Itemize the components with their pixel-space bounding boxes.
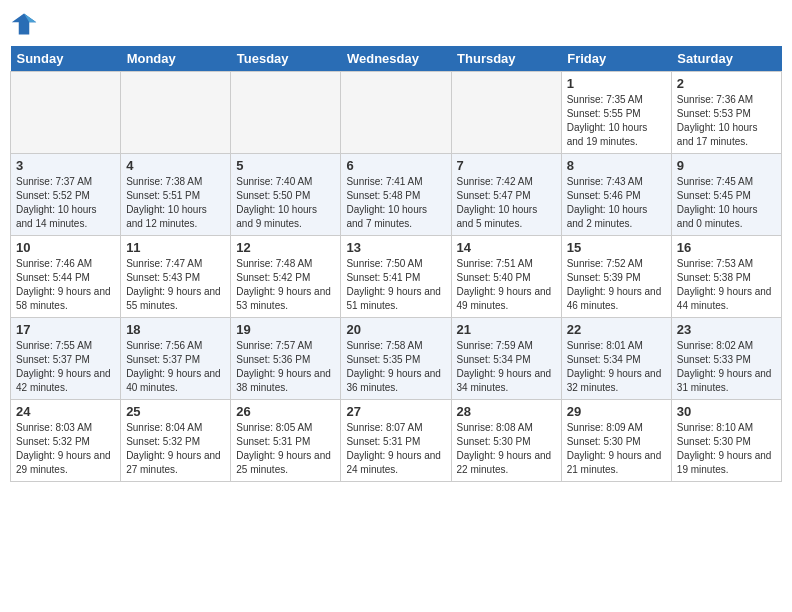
calendar-cell: 22Sunrise: 8:01 AM Sunset: 5:34 PM Dayli… (561, 318, 671, 400)
day-number: 28 (457, 404, 556, 419)
day-info: Sunrise: 7:47 AM Sunset: 5:43 PM Dayligh… (126, 257, 225, 313)
calendar-cell: 27Sunrise: 8:07 AM Sunset: 5:31 PM Dayli… (341, 400, 451, 482)
day-info: Sunrise: 7:37 AM Sunset: 5:52 PM Dayligh… (16, 175, 115, 231)
day-info: Sunrise: 8:08 AM Sunset: 5:30 PM Dayligh… (457, 421, 556, 477)
calendar-cell: 20Sunrise: 7:58 AM Sunset: 5:35 PM Dayli… (341, 318, 451, 400)
day-info: Sunrise: 7:45 AM Sunset: 5:45 PM Dayligh… (677, 175, 776, 231)
day-info: Sunrise: 7:48 AM Sunset: 5:42 PM Dayligh… (236, 257, 335, 313)
day-info: Sunrise: 7:52 AM Sunset: 5:39 PM Dayligh… (567, 257, 666, 313)
day-number: 10 (16, 240, 115, 255)
day-number: 22 (567, 322, 666, 337)
day-info: Sunrise: 8:02 AM Sunset: 5:33 PM Dayligh… (677, 339, 776, 395)
svg-marker-0 (12, 14, 37, 35)
day-info: Sunrise: 7:43 AM Sunset: 5:46 PM Dayligh… (567, 175, 666, 231)
day-number: 11 (126, 240, 225, 255)
day-number: 15 (567, 240, 666, 255)
day-info: Sunrise: 8:09 AM Sunset: 5:30 PM Dayligh… (567, 421, 666, 477)
calendar-week-row: 3Sunrise: 7:37 AM Sunset: 5:52 PM Daylig… (11, 154, 782, 236)
weekday-header: Tuesday (231, 46, 341, 72)
weekday-header: Saturday (671, 46, 781, 72)
calendar-cell: 6Sunrise: 7:41 AM Sunset: 5:48 PM Daylig… (341, 154, 451, 236)
calendar-cell: 13Sunrise: 7:50 AM Sunset: 5:41 PM Dayli… (341, 236, 451, 318)
calendar-cell: 5Sunrise: 7:40 AM Sunset: 5:50 PM Daylig… (231, 154, 341, 236)
day-info: Sunrise: 7:38 AM Sunset: 5:51 PM Dayligh… (126, 175, 225, 231)
calendar-cell (121, 72, 231, 154)
day-number: 13 (346, 240, 445, 255)
calendar-cell: 18Sunrise: 7:56 AM Sunset: 5:37 PM Dayli… (121, 318, 231, 400)
day-info: Sunrise: 8:07 AM Sunset: 5:31 PM Dayligh… (346, 421, 445, 477)
day-info: Sunrise: 7:42 AM Sunset: 5:47 PM Dayligh… (457, 175, 556, 231)
day-number: 3 (16, 158, 115, 173)
calendar-cell: 1Sunrise: 7:35 AM Sunset: 5:55 PM Daylig… (561, 72, 671, 154)
day-number: 18 (126, 322, 225, 337)
calendar-week-row: 24Sunrise: 8:03 AM Sunset: 5:32 PM Dayli… (11, 400, 782, 482)
day-number: 26 (236, 404, 335, 419)
day-info: Sunrise: 7:40 AM Sunset: 5:50 PM Dayligh… (236, 175, 335, 231)
calendar-header: SundayMondayTuesdayWednesdayThursdayFrid… (11, 46, 782, 72)
calendar-cell: 19Sunrise: 7:57 AM Sunset: 5:36 PM Dayli… (231, 318, 341, 400)
day-number: 20 (346, 322, 445, 337)
weekday-header: Thursday (451, 46, 561, 72)
day-info: Sunrise: 8:01 AM Sunset: 5:34 PM Dayligh… (567, 339, 666, 395)
day-info: Sunrise: 8:03 AM Sunset: 5:32 PM Dayligh… (16, 421, 115, 477)
page-header (10, 10, 782, 38)
day-number: 5 (236, 158, 335, 173)
day-info: Sunrise: 8:05 AM Sunset: 5:31 PM Dayligh… (236, 421, 335, 477)
calendar-week-row: 17Sunrise: 7:55 AM Sunset: 5:37 PM Dayli… (11, 318, 782, 400)
day-number: 4 (126, 158, 225, 173)
weekday-header: Sunday (11, 46, 121, 72)
calendar-cell: 17Sunrise: 7:55 AM Sunset: 5:37 PM Dayli… (11, 318, 121, 400)
logo (10, 10, 42, 38)
day-info: Sunrise: 7:50 AM Sunset: 5:41 PM Dayligh… (346, 257, 445, 313)
calendar-cell: 15Sunrise: 7:52 AM Sunset: 5:39 PM Dayli… (561, 236, 671, 318)
calendar-cell: 23Sunrise: 8:02 AM Sunset: 5:33 PM Dayli… (671, 318, 781, 400)
weekday-header: Wednesday (341, 46, 451, 72)
day-info: Sunrise: 7:51 AM Sunset: 5:40 PM Dayligh… (457, 257, 556, 313)
calendar-cell: 7Sunrise: 7:42 AM Sunset: 5:47 PM Daylig… (451, 154, 561, 236)
day-info: Sunrise: 7:36 AM Sunset: 5:53 PM Dayligh… (677, 93, 776, 149)
day-info: Sunrise: 7:58 AM Sunset: 5:35 PM Dayligh… (346, 339, 445, 395)
calendar-cell: 30Sunrise: 8:10 AM Sunset: 5:30 PM Dayli… (671, 400, 781, 482)
day-number: 7 (457, 158, 556, 173)
day-number: 1 (567, 76, 666, 91)
day-info: Sunrise: 7:59 AM Sunset: 5:34 PM Dayligh… (457, 339, 556, 395)
day-number: 17 (16, 322, 115, 337)
day-number: 19 (236, 322, 335, 337)
day-number: 14 (457, 240, 556, 255)
calendar-cell: 28Sunrise: 8:08 AM Sunset: 5:30 PM Dayli… (451, 400, 561, 482)
weekday-row: SundayMondayTuesdayWednesdayThursdayFrid… (11, 46, 782, 72)
day-number: 16 (677, 240, 776, 255)
calendar-table: SundayMondayTuesdayWednesdayThursdayFrid… (10, 46, 782, 482)
calendar-cell: 9Sunrise: 7:45 AM Sunset: 5:45 PM Daylig… (671, 154, 781, 236)
calendar-cell: 8Sunrise: 7:43 AM Sunset: 5:46 PM Daylig… (561, 154, 671, 236)
weekday-header: Friday (561, 46, 671, 72)
day-info: Sunrise: 7:55 AM Sunset: 5:37 PM Dayligh… (16, 339, 115, 395)
day-info: Sunrise: 7:46 AM Sunset: 5:44 PM Dayligh… (16, 257, 115, 313)
day-info: Sunrise: 7:53 AM Sunset: 5:38 PM Dayligh… (677, 257, 776, 313)
calendar-cell (341, 72, 451, 154)
calendar-cell: 25Sunrise: 8:04 AM Sunset: 5:32 PM Dayli… (121, 400, 231, 482)
day-number: 24 (16, 404, 115, 419)
day-number: 6 (346, 158, 445, 173)
calendar-cell (11, 72, 121, 154)
day-number: 25 (126, 404, 225, 419)
calendar-week-row: 10Sunrise: 7:46 AM Sunset: 5:44 PM Dayli… (11, 236, 782, 318)
weekday-header: Monday (121, 46, 231, 72)
day-info: Sunrise: 8:04 AM Sunset: 5:32 PM Dayligh… (126, 421, 225, 477)
calendar-cell: 3Sunrise: 7:37 AM Sunset: 5:52 PM Daylig… (11, 154, 121, 236)
calendar-cell: 24Sunrise: 8:03 AM Sunset: 5:32 PM Dayli… (11, 400, 121, 482)
calendar-cell: 26Sunrise: 8:05 AM Sunset: 5:31 PM Dayli… (231, 400, 341, 482)
day-number: 12 (236, 240, 335, 255)
day-number: 2 (677, 76, 776, 91)
calendar-body: 1Sunrise: 7:35 AM Sunset: 5:55 PM Daylig… (11, 72, 782, 482)
calendar-week-row: 1Sunrise: 7:35 AM Sunset: 5:55 PM Daylig… (11, 72, 782, 154)
day-number: 9 (677, 158, 776, 173)
day-number: 29 (567, 404, 666, 419)
calendar-cell: 2Sunrise: 7:36 AM Sunset: 5:53 PM Daylig… (671, 72, 781, 154)
day-number: 30 (677, 404, 776, 419)
calendar-cell: 11Sunrise: 7:47 AM Sunset: 5:43 PM Dayli… (121, 236, 231, 318)
calendar-cell: 16Sunrise: 7:53 AM Sunset: 5:38 PM Dayli… (671, 236, 781, 318)
day-info: Sunrise: 7:57 AM Sunset: 5:36 PM Dayligh… (236, 339, 335, 395)
calendar-cell: 14Sunrise: 7:51 AM Sunset: 5:40 PM Dayli… (451, 236, 561, 318)
calendar-cell: 29Sunrise: 8:09 AM Sunset: 5:30 PM Dayli… (561, 400, 671, 482)
